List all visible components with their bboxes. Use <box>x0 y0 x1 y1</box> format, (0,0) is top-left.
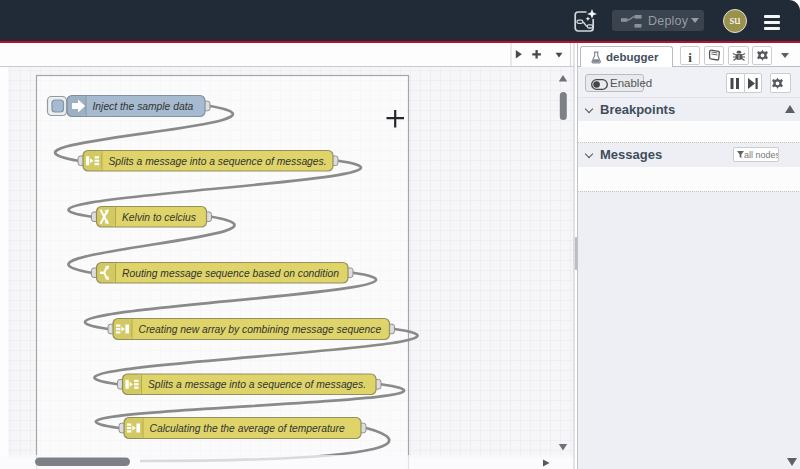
svg-text:Splits a message into a sequen: Splits a message into a sequence of mess… <box>109 156 327 167</box>
svg-text:Creating new array by combinin: Creating new array by combining message … <box>139 324 382 335</box>
svg-text:Inject the sample data: Inject the sample data <box>93 101 194 112</box>
svg-text:Calculating the the average of: Calculating the the average of temperatu… <box>150 423 345 434</box>
svg-text:Splits a message into a sequen: Splits a message into a sequence of mess… <box>148 379 366 390</box>
svg-text:Routing message sequence based: Routing message sequence based on condit… <box>122 268 339 279</box>
svg-text:Kelvin to celcius: Kelvin to celcius <box>122 212 196 223</box>
